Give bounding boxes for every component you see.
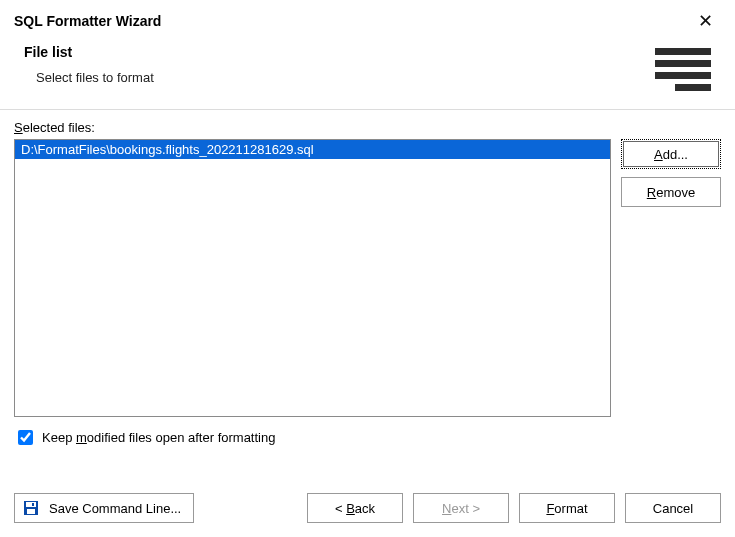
- next-button[interactable]: Next >: [413, 493, 509, 523]
- selected-files-label: Selected files:: [14, 120, 721, 135]
- save-command-line-label: Save Command Line...: [49, 501, 181, 516]
- window-title: SQL Formatter Wizard: [14, 13, 161, 29]
- page-title: File list: [24, 44, 154, 60]
- svg-rect-3: [32, 503, 34, 506]
- close-icon[interactable]: ✕: [690, 8, 721, 34]
- keep-open-checkbox-input[interactable]: [18, 430, 33, 445]
- list-item[interactable]: D:\FormatFiles\bookings.flights_20221128…: [15, 140, 610, 159]
- keep-open-checkbox[interactable]: Keep modified files open after formattin…: [14, 427, 721, 448]
- remove-button[interactable]: Remove: [621, 177, 721, 207]
- svg-rect-2: [27, 509, 35, 514]
- add-button[interactable]: Add...: [621, 139, 721, 169]
- list-icon: [655, 44, 711, 91]
- cancel-button[interactable]: Cancel: [625, 493, 721, 523]
- keep-open-label: Keep modified files open after formattin…: [42, 430, 275, 445]
- page-subtitle: Select files to format: [24, 70, 154, 85]
- save-command-line-button[interactable]: Save Command Line...: [14, 493, 194, 523]
- files-listbox[interactable]: D:\FormatFiles\bookings.flights_20221128…: [14, 139, 611, 417]
- svg-rect-1: [26, 502, 36, 507]
- save-icon: [23, 500, 39, 516]
- format-button[interactable]: Format: [519, 493, 615, 523]
- back-button[interactable]: < Back: [307, 493, 403, 523]
